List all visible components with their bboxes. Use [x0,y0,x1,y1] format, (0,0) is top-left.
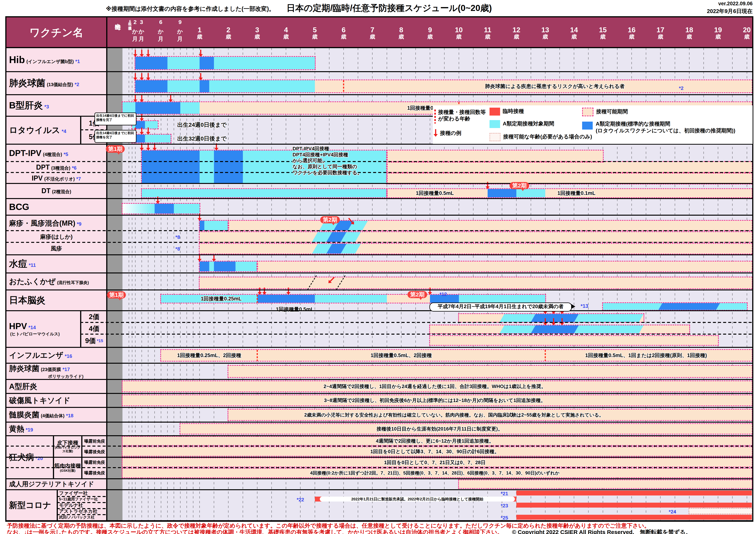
band-text: 3~8週間隔で2回接種し、初回免疫後6か月以上(標準的には12~18か月)の間隔… [274,396,596,404]
arrow-head [140,54,144,57]
row-label-note: *3 [44,104,49,110]
arrow-stem [200,73,201,78]
period-badge: 第2期 [510,182,529,189]
row-label-main: A型肝炎 [9,381,37,392]
row-label-main: DPT [36,163,50,171]
axis-year-label: 19歳 [711,26,726,39]
row-label-main: 麻疹・風疹混合(MR) [9,218,75,228]
period-frame [199,243,753,254]
axis-year-label: 11歳 [480,26,495,39]
period-frame [386,172,753,185]
period-frame [688,508,753,514]
bracket-item-4価: 4価 [81,323,107,335]
rabies-immunity-label: 曝露前免疫 [84,439,105,444]
arrow-stem [135,73,136,78]
period-frame [122,203,200,214]
vaccination-arrow [199,73,203,80]
band-text: 肺炎球菌による疾患に罹患するリスクが高いと考えられる者 [394,83,716,90]
row-label-line: Hib(インフルエンザ菌b型)*1 [9,54,106,65]
vaccination-arrow [169,95,173,102]
band-text: 接種後10日目から生涯有効(2016年7月11日に制度変更)。 [279,425,600,433]
row-label-line: 黄熱*19 [9,424,106,434]
band-note: *24 [665,509,680,515]
row-label-line: 成人用ジフテリアトキソイド [9,480,106,489]
arrow-head [199,54,203,57]
row-separator [6,94,753,95]
legend-possible-age: 接種可能な年齢(必要がある場合のみ) [490,133,592,141]
axis-year-label: 18歳 [682,26,697,39]
band-text: 1回目を0日として0、7、21日又は0、7、28日 [274,459,596,466]
possible-age-swatch-icon [490,133,500,141]
row-label-paren: (23価莢膜 [41,367,61,372]
band-note: *12 [436,292,451,297]
target-swatch-icon [490,120,500,128]
arrow-head [543,311,547,314]
copyright: © Copyright 2022 CSIER All Rights Reserv… [512,529,691,534]
row-label-pcv13: 肺炎球菌(13価結合型)*2 [7,72,106,94]
row-label-line: A型肝炎 [9,381,106,392]
arrow-head [198,218,202,221]
arrow-head [560,323,564,325]
row-label-line: 麻疹(はしか) [7,233,106,241]
axis-month-label: 出生6週後 [128,19,132,47]
rabies-immunity-label: 曝露後免疫 [84,470,105,476]
red-dashed-line-icon [434,110,436,123]
row-label-note: *7 [76,176,81,182]
period-frame [602,302,748,311]
arrow-head [133,99,137,102]
legend-possible-period: 接種可能期間 [582,108,628,116]
row-label-yf: 黄熱*19 [7,422,106,435]
row-label-line: 麻疹・風疹混合(MR)*9 [9,218,106,228]
red-arrow-icon [434,129,438,137]
band-text: 1回接種量0.5mL [219,306,370,313]
row-label-main: 肺炎球菌 [9,363,39,374]
row-label-hpv: HPV*14(ヒトパピローマウイルス) [7,311,80,347]
row-separator [80,334,753,335]
possible-period-swatch-icon [582,108,593,116]
row-label-line: 肺炎球菌(13価結合型)*2 [9,77,106,89]
row-label-note: *17 [63,367,70,372]
row-label-covid: 新型コロナ [7,490,57,520]
band-note: *8 [170,234,185,240]
axis-year-label: 1歳 [192,26,207,39]
arrow-head [543,323,547,325]
vaccination-arrow [543,318,547,325]
row-label-dtadult: 成人用ジフテリアトキソイド [7,479,106,489]
axis-year-label: 17歳 [653,26,668,39]
row-separator [6,467,753,468]
arrow-head [560,311,564,314]
arrow-head [552,311,556,314]
axis-month-label: 6か月 [158,19,164,47]
arrow-head [140,132,144,135]
vaccination-arrow [212,254,216,262]
row-separator [6,478,753,479]
row-label-paren: (不活化ポリオ) [44,176,75,182]
header-bottom-border [5,47,753,48]
je-callout-note: *13 [580,303,588,309]
row-label-note: *11 [29,262,36,268]
arrow-stem [487,182,488,187]
bar-adh [516,491,752,496]
covid-maker-label: 5~11歳用ファイザー社 [59,496,98,502]
row-label-bcg: BCG [7,199,106,215]
band-note: *2 [679,85,684,91]
axis-month-label: 3か月 [139,19,144,47]
row-label-note: *18 [66,413,73,419]
period-badge: 第1期 [106,145,125,153]
legend-standard: A類定期接種(標準的な接種期間(ロタウイルスワクチンについては、初回接種の推奨期… [582,120,735,134]
axis-year-label: 14歳 [566,26,581,39]
vaccination-arrow [560,318,564,325]
row-label-main: 新型コロナ [9,500,51,511]
row-label-line: 新型コロナ [9,500,57,511]
row-separator [6,230,753,231]
rabies-immunity-label: 曝露後免疫 [84,449,105,455]
legend: 接種量・接種回数等が変わる年齢 接種の例 臨時接種 A類定期接種対象期間 接種可… [433,105,753,144]
version-label: ver.2022.09.06 [718,1,753,7]
row-separator [80,322,753,323]
band-text: 4回接種(0:2か所に1回ずつ計2回。7、21日)、5回接種(0、3、7、14、… [274,469,596,477]
page-title: 日本の定期/臨時/任意予防接種スケジュール(0~20歳) [286,2,492,14]
arrow-head [152,148,157,150]
row-separator [6,422,753,422]
row-label-note: *4 [62,128,66,134]
arrow-head [146,132,150,135]
